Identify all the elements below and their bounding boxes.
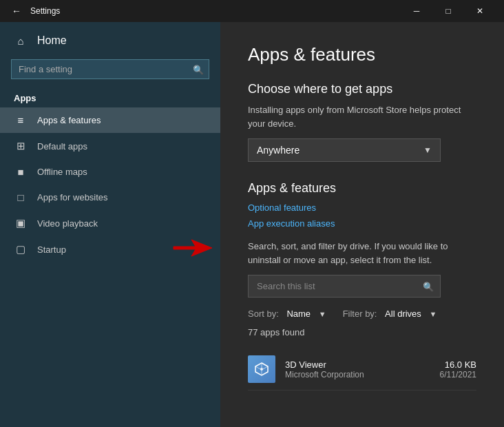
- startup-icon: ▢: [14, 243, 28, 256]
- section1-title: Choose where to get apps: [248, 82, 476, 96]
- sidebar-item-apps-features-label: Apps & features: [37, 115, 101, 125]
- sidebar-item-video-playback[interactable]: ▣ Video playback: [0, 210, 220, 236]
- content-area: Apps & features Choose where to get apps…: [220, 22, 504, 427]
- maximize-button[interactable]: □: [432, 0, 464, 22]
- filter-label: Filter by:: [343, 309, 377, 319]
- app-search-icon: 🔍: [423, 281, 434, 291]
- app-icon-3d-viewer: [248, 355, 275, 383]
- app-size: 16.0 KB: [440, 360, 476, 370]
- sidebar-item-startup-label: Startup: [37, 244, 66, 255]
- sidebar-item-default-apps-label: Default apps: [37, 141, 87, 152]
- sidebar-section-title: Apps: [0, 85, 220, 107]
- sidebar-search-container: 🔍: [11, 59, 209, 79]
- sidebar: ⌂ Home 🔍 Apps ≡ Apps & features ⊞ Defaul…: [0, 22, 220, 427]
- filter-value: All drives: [385, 309, 421, 319]
- sidebar-item-startup[interactable]: ▢ Startup: [0, 236, 220, 262]
- optional-features-link[interactable]: Optional features: [248, 202, 476, 213]
- app-meta: 16.0 KB 6/11/2021: [440, 360, 476, 379]
- sort-dropdown[interactable]: Sort by: Name ▼: [248, 309, 326, 319]
- sidebar-item-default-apps[interactable]: ⊞ Default apps: [0, 133, 220, 159]
- svg-point-1: [260, 368, 263, 371]
- main-layout: ⌂ Home 🔍 Apps ≡ Apps & features ⊞ Defaul…: [0, 22, 504, 427]
- app-search-container: 🔍: [248, 275, 441, 298]
- section1-desc: Installing apps only from Microsoft Stor…: [248, 103, 476, 130]
- sidebar-item-apps-websites[interactable]: □ Apps for websites: [0, 185, 220, 210]
- default-apps-icon: ⊞: [14, 140, 28, 152]
- execution-aliases-link[interactable]: App execution aliases: [248, 218, 476, 229]
- close-button[interactable]: ✕: [464, 0, 496, 22]
- sort-label: Sort by:: [248, 309, 279, 319]
- page-title: Apps & features: [248, 44, 476, 65]
- offline-maps-icon: ■: [14, 166, 28, 178]
- back-button[interactable]: ←: [8, 3, 25, 19]
- app-name: 3D Viewer: [285, 360, 430, 370]
- sort-value: Name: [286, 309, 311, 319]
- startup-wrapper: ▢ Startup: [0, 236, 220, 262]
- table-row[interactable]: 3D Viewer Microsoft Corporation 16.0 KB …: [248, 348, 476, 390]
- sidebar-item-home[interactable]: ⌂ Home: [0, 28, 220, 54]
- section2-title: Apps & features: [248, 181, 476, 196]
- dropdown-value: Anywhere: [257, 145, 300, 156]
- app-title: Settings: [30, 6, 401, 16]
- sort-chevron-icon: ▼: [319, 310, 326, 318]
- window-controls: ─ □ ✕: [401, 0, 496, 22]
- filter-chevron-icon: ▼: [429, 310, 437, 318]
- sidebar-search-input[interactable]: [11, 59, 209, 79]
- app-info: 3D Viewer Microsoft Corporation: [285, 360, 430, 379]
- get-apps-dropdown[interactable]: Anywhere ▼: [248, 138, 441, 162]
- title-bar: ← Settings ─ □ ✕: [0, 0, 504, 22]
- sidebar-item-apps-features[interactable]: ≡ Apps & features: [0, 107, 220, 133]
- apps-websites-icon: □: [14, 191, 28, 203]
- search-description: Search, sort, and filter by drive. If yo…: [248, 240, 476, 267]
- apps-count: 77 apps found: [248, 327, 476, 337]
- app-search-input[interactable]: [248, 275, 441, 298]
- sidebar-search-icon: 🔍: [193, 64, 204, 74]
- sidebar-item-video-playback-label: Video playback: [37, 218, 98, 229]
- apps-features-icon: ≡: [14, 114, 28, 126]
- home-icon: ⌂: [14, 35, 28, 47]
- video-playback-icon: ▣: [14, 217, 28, 229]
- sidebar-home-label: Home: [37, 34, 67, 47]
- app-date: 6/11/2021: [440, 370, 476, 379]
- filter-dropdown[interactable]: Filter by: All drives ▼: [343, 309, 437, 319]
- sidebar-item-apps-websites-label: Apps for websites: [37, 192, 108, 202]
- app-publisher: Microsoft Corporation: [285, 370, 430, 379]
- sidebar-item-offline-maps-label: Offline maps: [37, 167, 87, 177]
- sort-filter-row: Sort by: Name ▼ Filter by: All drives ▼: [248, 309, 476, 319]
- chevron-down-icon: ▼: [423, 145, 432, 155]
- sidebar-item-offline-maps[interactable]: ■ Offline maps: [0, 159, 220, 185]
- minimize-button[interactable]: ─: [401, 0, 432, 22]
